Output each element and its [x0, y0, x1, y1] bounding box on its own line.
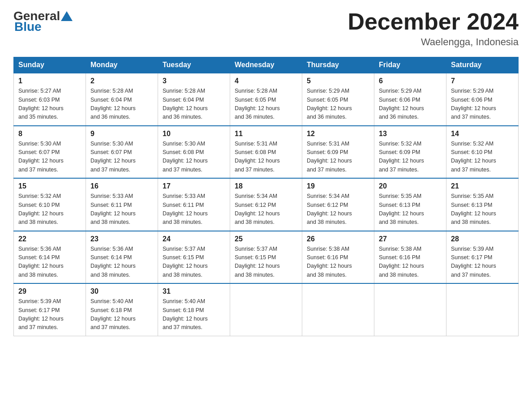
calendar-cell: 3Sunrise: 5:28 AMSunset: 6:04 PMDaylight… [158, 73, 230, 126]
day-number: 21 [451, 182, 514, 190]
calendar-cell: 20Sunrise: 5:35 AMSunset: 6:13 PMDayligh… [374, 178, 446, 231]
day-info: Sunrise: 5:38 AMSunset: 6:16 PMDaylight:… [307, 246, 352, 278]
day-info: Sunrise: 5:30 AMSunset: 6:08 PMDaylight:… [163, 141, 208, 173]
calendar-cell: 8Sunrise: 5:30 AMSunset: 6:07 PMDaylight… [14, 126, 86, 179]
day-number: 20 [379, 182, 442, 190]
calendar-table: Sunday Monday Tuesday Wednesday Thursday… [13, 57, 519, 336]
day-info: Sunrise: 5:29 AMSunset: 6:05 PMDaylight:… [307, 88, 352, 120]
calendar-cell: 15Sunrise: 5:32 AMSunset: 6:10 PMDayligh… [14, 178, 86, 231]
day-number: 4 [235, 77, 297, 85]
day-number: 27 [379, 235, 442, 243]
calendar-cell: 27Sunrise: 5:38 AMSunset: 6:16 PMDayligh… [374, 231, 446, 284]
day-info: Sunrise: 5:36 AMSunset: 6:14 PMDaylight:… [90, 246, 136, 278]
col-saturday: Saturday [446, 57, 519, 73]
day-info: Sunrise: 5:33 AMSunset: 6:11 PMDaylight:… [90, 193, 136, 225]
calendar-cell [374, 283, 446, 336]
day-number: 2 [90, 77, 153, 85]
day-info: Sunrise: 5:32 AMSunset: 6:10 PMDaylight:… [451, 141, 496, 173]
week-row-3: 15Sunrise: 5:32 AMSunset: 6:10 PMDayligh… [14, 178, 519, 231]
day-info: Sunrise: 5:31 AMSunset: 6:08 PMDaylight:… [235, 141, 280, 173]
day-info: Sunrise: 5:40 AMSunset: 6:18 PMDaylight:… [163, 298, 208, 330]
day-number: 26 [307, 235, 369, 243]
day-number: 14 [451, 130, 514, 138]
day-info: Sunrise: 5:34 AMSunset: 6:12 PMDaylight:… [307, 193, 352, 225]
day-number: 1 [18, 77, 81, 85]
day-number: 16 [90, 182, 153, 190]
calendar-header-row: Sunday Monday Tuesday Wednesday Thursday… [14, 57, 519, 73]
week-row-2: 8Sunrise: 5:30 AMSunset: 6:07 PMDaylight… [14, 126, 519, 179]
calendar-cell: 19Sunrise: 5:34 AMSunset: 6:12 PMDayligh… [302, 178, 374, 231]
day-number: 25 [235, 235, 297, 243]
day-number: 17 [163, 182, 225, 190]
calendar-cell: 13Sunrise: 5:32 AMSunset: 6:09 PMDayligh… [374, 126, 446, 179]
calendar-cell: 26Sunrise: 5:38 AMSunset: 6:16 PMDayligh… [302, 231, 374, 284]
day-info: Sunrise: 5:34 AMSunset: 6:12 PMDaylight:… [235, 193, 280, 225]
svg-marker-0 [61, 11, 73, 21]
col-monday: Monday [86, 57, 158, 73]
calendar-cell: 6Sunrise: 5:29 AMSunset: 6:06 PMDaylight… [374, 73, 446, 126]
day-info: Sunrise: 5:32 AMSunset: 6:09 PMDaylight:… [379, 141, 424, 173]
day-info: Sunrise: 5:33 AMSunset: 6:11 PMDaylight:… [163, 193, 208, 225]
day-info: Sunrise: 5:35 AMSunset: 6:13 PMDaylight:… [451, 193, 496, 225]
day-number: 8 [18, 130, 81, 138]
calendar-cell: 14Sunrise: 5:32 AMSunset: 6:10 PMDayligh… [446, 126, 519, 179]
calendar-cell: 30Sunrise: 5:40 AMSunset: 6:18 PMDayligh… [86, 283, 158, 336]
calendar-cell: 2Sunrise: 5:28 AMSunset: 6:04 PMDaylight… [86, 73, 158, 126]
calendar-cell: 9Sunrise: 5:30 AMSunset: 6:07 PMDaylight… [86, 126, 158, 179]
day-info: Sunrise: 5:27 AMSunset: 6:03 PMDaylight:… [18, 88, 64, 120]
day-number: 3 [163, 77, 225, 85]
day-number: 6 [379, 77, 442, 85]
day-info: Sunrise: 5:31 AMSunset: 6:09 PMDaylight:… [307, 141, 352, 173]
week-row-5: 29Sunrise: 5:39 AMSunset: 6:17 PMDayligh… [14, 283, 519, 336]
calendar-cell: 5Sunrise: 5:29 AMSunset: 6:05 PMDaylight… [302, 73, 374, 126]
day-info: Sunrise: 5:35 AMSunset: 6:13 PMDaylight:… [379, 193, 424, 225]
col-friday: Friday [374, 57, 446, 73]
month-title: December 2024 [348, 9, 519, 34]
day-number: 31 [163, 287, 225, 295]
calendar-cell: 18Sunrise: 5:34 AMSunset: 6:12 PMDayligh… [230, 178, 302, 231]
week-row-1: 1Sunrise: 5:27 AMSunset: 6:03 PMDaylight… [14, 73, 519, 126]
logo-blue-text: Blue [14, 20, 42, 34]
calendar-cell: 23Sunrise: 5:36 AMSunset: 6:14 PMDayligh… [86, 231, 158, 284]
calendar-cell: 24Sunrise: 5:37 AMSunset: 6:15 PMDayligh… [158, 231, 230, 284]
day-number: 9 [90, 130, 153, 138]
day-info: Sunrise: 5:30 AMSunset: 6:07 PMDaylight:… [90, 141, 136, 173]
calendar-cell: 17Sunrise: 5:33 AMSunset: 6:11 PMDayligh… [158, 178, 230, 231]
day-number: 10 [163, 130, 225, 138]
logo-icon [60, 9, 73, 23]
title-block: December 2024 Waelengga, Indonesia [348, 9, 519, 48]
day-number: 13 [379, 130, 442, 138]
page-header: General Blue December 2024 Waelengga, In… [13, 9, 519, 48]
calendar-cell: 16Sunrise: 5:33 AMSunset: 6:11 PMDayligh… [86, 178, 158, 231]
calendar-cell: 31Sunrise: 5:40 AMSunset: 6:18 PMDayligh… [158, 283, 230, 336]
day-info: Sunrise: 5:28 AMSunset: 6:05 PMDaylight:… [235, 88, 280, 120]
day-number: 24 [163, 235, 225, 243]
day-number: 19 [307, 182, 369, 190]
week-row-4: 22Sunrise: 5:36 AMSunset: 6:14 PMDayligh… [14, 231, 519, 284]
day-info: Sunrise: 5:37 AMSunset: 6:15 PMDaylight:… [163, 246, 208, 278]
day-info: Sunrise: 5:32 AMSunset: 6:10 PMDaylight:… [18, 193, 64, 225]
calendar-cell: 29Sunrise: 5:39 AMSunset: 6:17 PMDayligh… [14, 283, 86, 336]
day-number: 23 [90, 235, 153, 243]
calendar-cell [446, 283, 519, 336]
day-info: Sunrise: 5:29 AMSunset: 6:06 PMDaylight:… [379, 88, 424, 120]
calendar-cell: 10Sunrise: 5:30 AMSunset: 6:08 PMDayligh… [158, 126, 230, 179]
calendar-cell: 25Sunrise: 5:37 AMSunset: 6:15 PMDayligh… [230, 231, 302, 284]
calendar-cell: 12Sunrise: 5:31 AMSunset: 6:09 PMDayligh… [302, 126, 374, 179]
calendar-cell: 4Sunrise: 5:28 AMSunset: 6:05 PMDaylight… [230, 73, 302, 126]
day-number: 29 [18, 287, 81, 295]
logo: General Blue [13, 9, 73, 34]
day-info: Sunrise: 5:37 AMSunset: 6:15 PMDaylight:… [235, 246, 280, 278]
calendar-cell: 28Sunrise: 5:39 AMSunset: 6:17 PMDayligh… [446, 231, 519, 284]
calendar-cell: 1Sunrise: 5:27 AMSunset: 6:03 PMDaylight… [14, 73, 86, 126]
day-info: Sunrise: 5:38 AMSunset: 6:16 PMDaylight:… [379, 246, 424, 278]
day-number: 30 [90, 287, 153, 295]
col-tuesday: Tuesday [158, 57, 230, 73]
calendar-cell: 22Sunrise: 5:36 AMSunset: 6:14 PMDayligh… [14, 231, 86, 284]
col-sunday: Sunday [14, 57, 86, 73]
day-number: 15 [18, 182, 81, 190]
col-thursday: Thursday [302, 57, 374, 73]
day-number: 11 [235, 130, 297, 138]
day-info: Sunrise: 5:40 AMSunset: 6:18 PMDaylight:… [90, 298, 136, 330]
day-info: Sunrise: 5:29 AMSunset: 6:06 PMDaylight:… [451, 88, 496, 120]
